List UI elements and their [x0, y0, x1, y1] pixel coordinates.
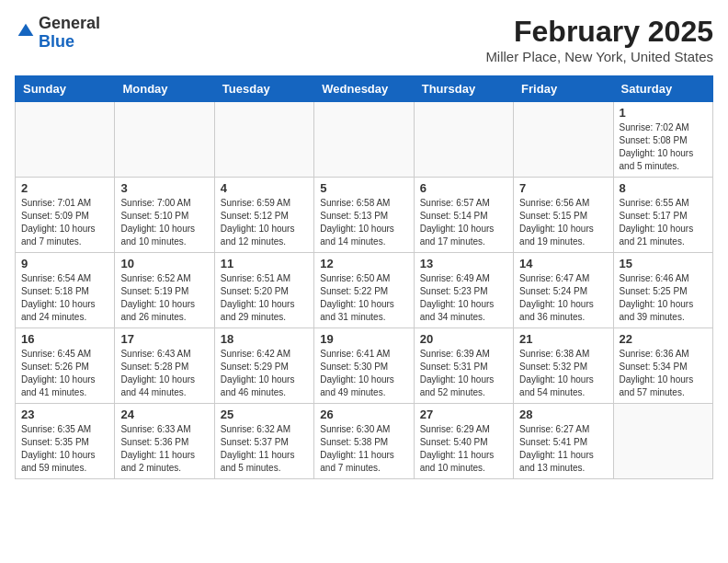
- day-info: Sunrise: 6:38 AM Sunset: 5:32 PM Dayligh…: [519, 348, 607, 399]
- calendar-body: 1Sunrise: 7:02 AM Sunset: 5:08 PM Daylig…: [16, 102, 713, 479]
- day-info: Sunrise: 6:51 AM Sunset: 5:20 PM Dayligh…: [221, 272, 308, 324]
- calendar-cell: 2Sunrise: 7:01 AM Sunset: 5:09 PM Daylig…: [16, 178, 115, 253]
- day-info: Sunrise: 6:27 AM Sunset: 5:41 PM Dayligh…: [519, 423, 607, 475]
- day-number: 24: [120, 408, 208, 421]
- calendar-cell: 15Sunrise: 6:46 AM Sunset: 5:25 PM Dayli…: [613, 253, 712, 328]
- day-info: Sunrise: 6:29 AM Sunset: 5:40 PM Dayligh…: [420, 423, 507, 475]
- calendar-week-row: 2Sunrise: 7:01 AM Sunset: 5:09 PM Daylig…: [16, 178, 713, 253]
- day-info: Sunrise: 6:46 AM Sunset: 5:25 PM Dayligh…: [620, 272, 707, 324]
- calendar-cell: 19Sunrise: 6:41 AM Sunset: 5:30 PM Dayli…: [314, 328, 414, 404]
- weekday-header: Thursday: [414, 76, 513, 102]
- day-number: 7: [519, 181, 607, 195]
- calendar-cell: 4Sunrise: 6:59 AM Sunset: 5:12 PM Daylig…: [214, 178, 313, 253]
- calendar-table: SundayMondayTuesdayWednesdayThursdayFrid…: [15, 75, 713, 479]
- day-number: 25: [221, 408, 308, 421]
- month-title: February 2025: [485, 15, 713, 49]
- weekday-header: Tuesday: [214, 76, 313, 102]
- day-info: Sunrise: 6:54 AM Sunset: 5:18 PM Dayligh…: [21, 272, 108, 324]
- calendar-cell: 28Sunrise: 6:27 AM Sunset: 5:41 PM Dayli…: [514, 404, 613, 479]
- calendar-cell: 26Sunrise: 6:30 AM Sunset: 5:38 PM Dayli…: [314, 404, 414, 479]
- title-block: February 2025 Miller Place, New York, Un…: [485, 15, 713, 64]
- weekday-header: Monday: [115, 76, 214, 102]
- calendar-cell: 1Sunrise: 7:02 AM Sunset: 5:08 PM Daylig…: [613, 102, 712, 178]
- weekday-header: Wednesday: [314, 76, 414, 102]
- day-number: 8: [620, 181, 707, 195]
- calendar-cell: 9Sunrise: 6:54 AM Sunset: 5:18 PM Daylig…: [16, 253, 115, 328]
- day-number: 22: [620, 332, 707, 346]
- day-number: 15: [620, 257, 707, 270]
- weekday-header: Sunday: [16, 76, 115, 102]
- day-number: 19: [320, 332, 407, 346]
- day-info: Sunrise: 6:39 AM Sunset: 5:31 PM Dayligh…: [420, 348, 507, 399]
- day-info: Sunrise: 6:59 AM Sunset: 5:12 PM Dayligh…: [221, 197, 308, 248]
- day-info: Sunrise: 6:43 AM Sunset: 5:28 PM Dayligh…: [120, 348, 208, 399]
- day-info: Sunrise: 6:50 AM Sunset: 5:22 PM Dayligh…: [320, 272, 407, 324]
- calendar-week-row: 9Sunrise: 6:54 AM Sunset: 5:18 PM Daylig…: [16, 253, 713, 328]
- calendar-cell: [214, 102, 313, 178]
- calendar-cell: 6Sunrise: 6:57 AM Sunset: 5:14 PM Daylig…: [414, 178, 513, 253]
- day-info: Sunrise: 6:45 AM Sunset: 5:26 PM Dayligh…: [21, 348, 108, 399]
- day-number: 28: [519, 408, 607, 421]
- day-info: Sunrise: 6:41 AM Sunset: 5:30 PM Dayligh…: [320, 348, 407, 399]
- calendar-cell: [16, 102, 115, 178]
- calendar-cell: [613, 404, 712, 479]
- logo-text: General Blue: [39, 15, 100, 52]
- calendar-week-row: 16Sunrise: 6:45 AM Sunset: 5:26 PM Dayli…: [16, 328, 713, 404]
- day-info: Sunrise: 6:58 AM Sunset: 5:13 PM Dayligh…: [320, 197, 407, 248]
- page-header: General Blue February 2025 Miller Place,…: [15, 15, 713, 64]
- calendar-cell: [115, 102, 214, 178]
- calendar-cell: [314, 102, 414, 178]
- day-number: 26: [320, 408, 407, 421]
- day-info: Sunrise: 6:57 AM Sunset: 5:14 PM Dayligh…: [420, 197, 507, 248]
- calendar-cell: 5Sunrise: 6:58 AM Sunset: 5:13 PM Daylig…: [314, 178, 414, 253]
- day-number: 1: [620, 106, 707, 120]
- calendar-week-row: 1Sunrise: 7:02 AM Sunset: 5:08 PM Daylig…: [16, 102, 713, 178]
- calendar-cell: 21Sunrise: 6:38 AM Sunset: 5:32 PM Dayli…: [514, 328, 613, 404]
- calendar-cell: 18Sunrise: 6:42 AM Sunset: 5:29 PM Dayli…: [214, 328, 313, 404]
- day-number: 16: [21, 332, 108, 346]
- calendar-cell: 20Sunrise: 6:39 AM Sunset: 5:31 PM Dayli…: [414, 328, 513, 404]
- location: Miller Place, New York, United States: [485, 49, 713, 64]
- day-info: Sunrise: 6:35 AM Sunset: 5:35 PM Dayligh…: [21, 423, 108, 475]
- day-info: Sunrise: 6:42 AM Sunset: 5:29 PM Dayligh…: [221, 348, 308, 399]
- day-number: 11: [221, 257, 308, 270]
- logo: General Blue: [15, 15, 100, 52]
- day-number: 21: [519, 332, 607, 346]
- svg-marker-0: [18, 23, 34, 35]
- calendar-cell: [414, 102, 513, 178]
- day-info: Sunrise: 6:36 AM Sunset: 5:34 PM Dayligh…: [620, 348, 707, 399]
- calendar-cell: 11Sunrise: 6:51 AM Sunset: 5:20 PM Dayli…: [214, 253, 313, 328]
- weekday-header: Friday: [514, 76, 613, 102]
- calendar-cell: 7Sunrise: 6:56 AM Sunset: 5:15 PM Daylig…: [514, 178, 613, 253]
- day-number: 10: [120, 257, 208, 270]
- calendar-cell: 27Sunrise: 6:29 AM Sunset: 5:40 PM Dayli…: [414, 404, 513, 479]
- day-info: Sunrise: 6:55 AM Sunset: 5:17 PM Dayligh…: [620, 197, 707, 248]
- calendar-cell: 14Sunrise: 6:47 AM Sunset: 5:24 PM Dayli…: [514, 253, 613, 328]
- day-number: 14: [519, 257, 607, 270]
- day-number: 23: [21, 408, 108, 421]
- day-info: Sunrise: 7:02 AM Sunset: 5:08 PM Dayligh…: [620, 121, 707, 173]
- calendar-cell: 23Sunrise: 6:35 AM Sunset: 5:35 PM Dayli…: [16, 404, 115, 479]
- day-info: Sunrise: 7:01 AM Sunset: 5:09 PM Dayligh…: [21, 197, 108, 248]
- calendar-cell: 13Sunrise: 6:49 AM Sunset: 5:23 PM Dayli…: [414, 253, 513, 328]
- day-info: Sunrise: 7:00 AM Sunset: 5:10 PM Dayligh…: [120, 197, 208, 248]
- day-info: Sunrise: 6:33 AM Sunset: 5:36 PM Dayligh…: [120, 423, 208, 475]
- day-number: 4: [221, 181, 308, 195]
- day-number: 18: [221, 332, 308, 346]
- calendar-week-row: 23Sunrise: 6:35 AM Sunset: 5:35 PM Dayli…: [16, 404, 713, 479]
- day-number: 9: [21, 257, 108, 270]
- day-number: 6: [420, 181, 507, 195]
- day-number: 13: [420, 257, 507, 270]
- day-number: 5: [320, 181, 407, 195]
- day-info: Sunrise: 6:52 AM Sunset: 5:19 PM Dayligh…: [120, 272, 208, 324]
- day-number: 3: [120, 181, 208, 195]
- calendar-cell: 8Sunrise: 6:55 AM Sunset: 5:17 PM Daylig…: [613, 178, 712, 253]
- weekday-row: SundayMondayTuesdayWednesdayThursdayFrid…: [16, 76, 713, 102]
- calendar-cell: [514, 102, 613, 178]
- calendar-cell: 25Sunrise: 6:32 AM Sunset: 5:37 PM Dayli…: [214, 404, 313, 479]
- calendar-cell: 17Sunrise: 6:43 AM Sunset: 5:28 PM Dayli…: [115, 328, 214, 404]
- weekday-header: Saturday: [613, 76, 712, 102]
- calendar-cell: 10Sunrise: 6:52 AM Sunset: 5:19 PM Dayli…: [115, 253, 214, 328]
- calendar-cell: 12Sunrise: 6:50 AM Sunset: 5:22 PM Dayli…: [314, 253, 414, 328]
- day-number: 12: [320, 257, 407, 270]
